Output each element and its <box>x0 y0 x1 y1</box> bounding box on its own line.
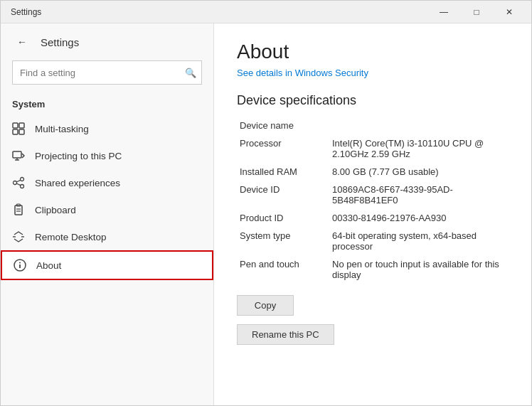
svg-rect-1 <box>13 129 18 134</box>
table-row: Pen and touchNo pen or touch input is av… <box>237 255 509 284</box>
spec-label: Device name <box>237 117 329 134</box>
svg-point-7 <box>21 178 24 181</box>
rename-pc-button[interactable]: Rename this PC <box>237 324 334 345</box>
titlebar: Settings — □ ✕ <box>1 1 531 23</box>
main-content: About See details in Windows Security De… <box>214 23 531 405</box>
svg-rect-2 <box>19 123 24 128</box>
spec-label: System type <box>237 227 329 255</box>
spec-label: Processor <box>237 134 329 163</box>
spec-value: Intel(R) Core(TM) i3-10110U CPU @ 2.10GH… <box>329 134 509 163</box>
copy-button[interactable]: Copy <box>237 295 294 316</box>
multitasking-icon <box>12 122 25 135</box>
spec-table: Device nameProcessorIntel(R) Core(TM) i3… <box>237 117 509 284</box>
table-row: System type64-bit operating system, x64-… <box>237 227 509 255</box>
security-link[interactable]: See details in Windows Security <box>237 68 368 78</box>
table-row: Device ID10869AC8-6F67-4339-95AD-5B48F8B… <box>237 181 509 209</box>
about-icon <box>14 259 26 272</box>
svg-line-11 <box>16 183 20 186</box>
svg-rect-3 <box>19 129 24 134</box>
maximize-button[interactable]: □ <box>460 1 493 23</box>
spec-value <box>329 117 509 134</box>
table-row: Product ID00330-81496-21976-AA930 <box>237 209 509 227</box>
clipboard-label: Clipboard <box>35 205 76 215</box>
svg-rect-0 <box>13 123 18 128</box>
clipboard-icon <box>12 203 25 216</box>
sidebar-item-clipboard[interactable]: Clipboard <box>1 196 213 223</box>
table-row: Device name <box>237 117 509 134</box>
shared-icon <box>12 176 25 189</box>
remote-desktop-icon <box>12 230 25 243</box>
spec-value: No pen or touch input is available for t… <box>329 255 509 284</box>
about-label: About <box>36 260 61 271</box>
spec-label: Pen and touch <box>237 255 329 284</box>
svg-rect-12 <box>15 205 22 215</box>
sidebar-header: ← Settings <box>1 23 213 60</box>
sidebar-item-shared[interactable]: Shared experiences <box>1 169 213 196</box>
window-controls: — □ ✕ <box>427 1 526 23</box>
svg-line-10 <box>16 180 20 182</box>
spec-label: Installed RAM <box>237 163 329 181</box>
sidebar-title: Settings <box>41 36 79 48</box>
spec-label: Product ID <box>237 209 329 227</box>
search-box: 🔍 <box>12 60 202 85</box>
sidebar: ← Settings 🔍 System Multi-task <box>1 23 214 405</box>
device-specs-heading: Device specifications <box>237 93 509 108</box>
remote-desktop-label: Remote Desktop <box>35 232 107 242</box>
sidebar-item-about[interactable]: About <box>1 250 213 280</box>
back-button[interactable]: ← <box>12 32 32 52</box>
window-title: Settings <box>6 7 427 17</box>
sidebar-section-label: System <box>1 96 213 115</box>
svg-rect-4 <box>13 151 21 158</box>
svg-point-20 <box>19 262 21 264</box>
projecting-label: Projecting to this PC <box>35 151 122 161</box>
shared-label: Shared experiences <box>35 178 120 188</box>
content-area: ← Settings 🔍 System Multi-task <box>1 23 531 405</box>
minimize-button[interactable]: — <box>427 1 460 23</box>
settings-window: Settings — □ ✕ ← Settings 🔍 System <box>0 0 532 406</box>
close-button[interactable]: ✕ <box>493 1 526 23</box>
svg-point-9 <box>21 185 24 188</box>
multitasking-label: Multi-tasking <box>35 124 89 134</box>
table-row: ProcessorIntel(R) Core(TM) i3-10110U CPU… <box>237 134 509 163</box>
spec-label: Device ID <box>237 181 329 209</box>
spec-value: 00330-81496-21976-AA930 <box>329 209 509 227</box>
table-row: Installed RAM8.00 GB (7.77 GB usable) <box>237 163 509 181</box>
projecting-icon <box>12 149 25 162</box>
spec-value: 10869AC8-6F67-4339-95AD-5B48F8B41EF0 <box>329 181 509 209</box>
sidebar-item-projecting[interactable]: Projecting to this PC <box>1 142 213 169</box>
sidebar-item-remote-desktop[interactable]: Remote Desktop <box>1 223 213 250</box>
page-title: About <box>237 41 509 63</box>
search-input[interactable] <box>12 60 202 85</box>
spec-value: 64-bit operating system, x64-based proce… <box>329 227 509 255</box>
sidebar-item-multitasking[interactable]: Multi-tasking <box>1 115 213 142</box>
spec-value: 8.00 GB (7.77 GB usable) <box>329 163 509 181</box>
svg-point-8 <box>14 181 17 185</box>
